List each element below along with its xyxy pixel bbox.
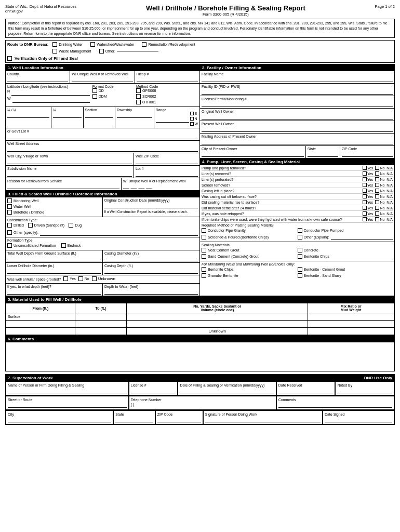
city-input-sup[interactable] (8, 416, 111, 422)
form-title-block: Well / Drillhole / Borehole Filling & Se… (146, 4, 305, 17)
range-n[interactable]: N (190, 117, 198, 121)
section7-title: 7. Supervision of Work (6, 375, 362, 381)
casing-depth-input[interactable] (104, 268, 198, 274)
other-checkbox[interactable] (99, 49, 104, 54)
county-input[interactable] (7, 76, 68, 82)
borehole-cb[interactable]: Borehole / Drillhole (7, 210, 101, 215)
township-input[interactable] (117, 112, 152, 118)
present-owner-input[interactable] (202, 126, 393, 132)
granular-bentonite-cb[interactable]: Granular Bentonite (202, 273, 297, 278)
drilled-cb[interactable]: Drilled (7, 223, 24, 228)
street-input[interactable] (7, 145, 198, 152)
bentonite-chips-mon-cb[interactable]: Bentonite Chips (202, 267, 297, 272)
zip-input-sup[interactable] (157, 416, 201, 422)
bentonite-cement-cb[interactable]: Bentonite - Cement Grout (298, 267, 393, 272)
route-label: Route to DNR Bureau: (7, 42, 48, 47)
total-depth-input[interactable] (7, 255, 101, 261)
route-remediation[interactable]: Remediation/Redevelopment (142, 42, 195, 47)
form-number: Form 3300-005 (R 4/2015) (146, 12, 305, 17)
section1-header: 1. Well Location Information (6, 64, 199, 71)
mailing-input[interactable] (202, 138, 393, 144)
sup-comments-input[interactable] (278, 402, 392, 408)
conductor-gravity-cb[interactable]: Conductor Pipe-Gravity (202, 228, 297, 233)
annular-unknown[interactable]: Unknown (92, 276, 115, 281)
oth001-row[interactable]: OTH001 (136, 100, 198, 104)
waste-mgmt-checkbox[interactable] (52, 49, 57, 54)
route-watershed[interactable]: Watershed/Wastewater (90, 42, 134, 47)
watershed-checkbox[interactable] (90, 42, 95, 47)
route-waste-mgmt[interactable]: Waste Management (52, 49, 91, 54)
section-input[interactable] (85, 112, 113, 118)
zip-input[interactable] (136, 158, 198, 164)
city-input[interactable] (7, 158, 132, 164)
facility-name-input[interactable] (202, 76, 393, 82)
material-row-1: Surface (6, 313, 394, 321)
other-explain-cb[interactable]: Other (Explain): (298, 234, 393, 240)
owner-state-input[interactable] (308, 151, 338, 157)
dug-cb[interactable]: Dug (69, 223, 82, 228)
ddm-checkbox-row[interactable]: DDM (92, 94, 134, 99)
bentonite-chips-sealing-cb[interactable]: Bentonite Chips (298, 254, 393, 259)
noted-by-input[interactable] (337, 387, 392, 393)
date-received-input[interactable] (278, 387, 334, 393)
unknown-value: Unknown (209, 329, 226, 334)
county-label: County (7, 72, 68, 76)
monitoring-well-cb[interactable]: Monitoring Well (7, 198, 101, 203)
yes-depth-input[interactable] (7, 288, 101, 295)
sand-cement-cb[interactable]: Sand-Cement (Concrete) Grout (202, 254, 297, 259)
quarter2-input[interactable] (53, 112, 81, 118)
conductor-pumped-cb[interactable]: Conductor Pipe-Pumped (298, 228, 393, 233)
concrete-cb[interactable]: Concrete (298, 248, 393, 252)
bentonite-sand-slurry-cb[interactable]: Bentonite - Sand Slurry (298, 273, 393, 278)
construction-date-input[interactable] (104, 202, 198, 208)
quarter-input[interactable] (7, 112, 49, 118)
owner-city-input[interactable] (202, 151, 304, 157)
scr002-row[interactable]: SCR002 (136, 94, 198, 99)
dnr-use-only-label: DNR Use Only (362, 375, 394, 381)
driven-cb[interactable]: Driven (Sandpoint) (28, 223, 64, 228)
owner-zip-input[interactable] (342, 151, 393, 157)
reason-input[interactable] (7, 183, 119, 189)
depth-water-input[interactable] (104, 288, 198, 295)
dd-checkbox-row[interactable]: DD (92, 88, 134, 93)
original-owner-input[interactable] (202, 113, 393, 119)
route-drinking-water[interactable]: Drinking Water (52, 42, 83, 47)
lower-drillhole-input[interactable] (7, 268, 101, 274)
lat-lon-label: Latitude / Longitude (see instructions) (7, 85, 90, 88)
bedrock-cb[interactable]: Bedrock (61, 243, 81, 248)
material-row-3: Unknown (6, 328, 394, 335)
route-other[interactable]: Other: (99, 49, 158, 54)
comments-area[interactable] (6, 342, 394, 371)
facility-id-input[interactable] (202, 88, 393, 95)
casing-diameter-input[interactable] (104, 255, 198, 261)
range-w[interactable]: W (190, 122, 198, 126)
hicap-input[interactable] (137, 76, 198, 82)
firm-name-input[interactable] (8, 387, 127, 393)
water-well-cb[interactable]: Water Well (7, 204, 101, 209)
neat-cement-cb[interactable]: Neat Cement Grout (202, 248, 297, 252)
date-signed-input[interactable] (325, 416, 392, 422)
range-e[interactable]: E (190, 112, 198, 115)
section3-header: 3. Filled & Sealed Well / Drillhole / Bo… (6, 191, 199, 197)
screened-poured-cb[interactable]: Screened & Poured (Bentonite Chips) (202, 234, 297, 240)
form-title: Well / Drillhole / Borehole Filling & Se… (146, 4, 305, 12)
wi-unique-input[interactable] (72, 76, 132, 82)
govlot-input[interactable] (7, 133, 198, 139)
date-filling-input[interactable] (180, 387, 274, 393)
license-num-input[interactable] (131, 387, 176, 393)
signature-input[interactable] (205, 416, 321, 422)
state-input-sup[interactable] (115, 416, 153, 422)
license-input[interactable] (202, 101, 393, 107)
drinking-water-checkbox[interactable] (52, 42, 57, 47)
other-cb[interactable]: Other (specify): (7, 230, 38, 235)
unconsolidated-cb[interactable]: Unconsolidated Formation (7, 243, 56, 248)
remediation-checkbox[interactable] (142, 42, 146, 47)
annular-yes[interactable]: Yes (63, 276, 75, 281)
verification-checkbox[interactable] (7, 56, 12, 61)
subdivision-input[interactable] (7, 170, 132, 177)
street-input-sup[interactable] (8, 402, 127, 408)
lot-input[interactable] (136, 170, 198, 177)
gps008-row[interactable]: GPS008 (136, 88, 198, 93)
range-input[interactable] (156, 116, 190, 123)
annular-no[interactable]: No (78, 276, 89, 281)
